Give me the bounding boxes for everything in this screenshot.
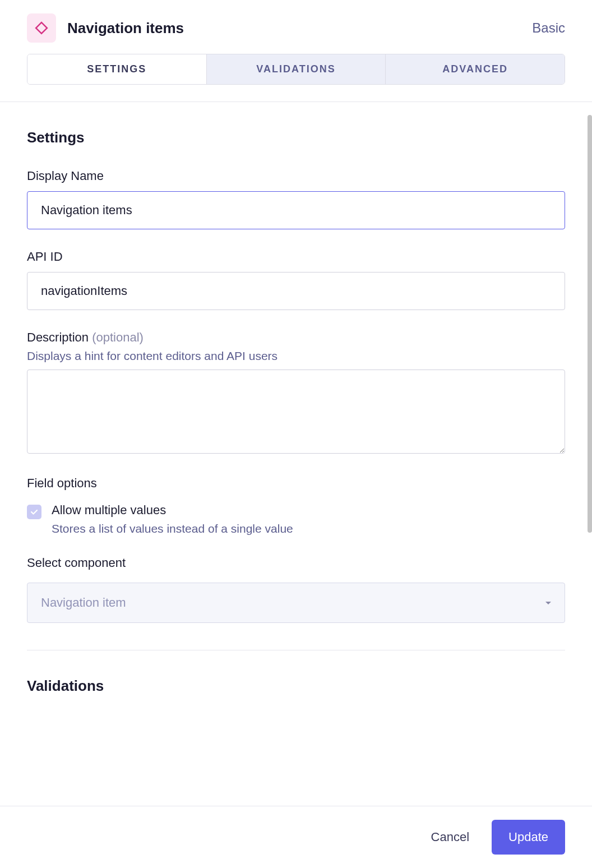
allow-multiple-label: Allow multiple values	[52, 503, 293, 518]
tab-bar: SETTINGS VALIDATIONS ADVANCED	[27, 54, 565, 85]
section-divider	[27, 650, 565, 650]
settings-panel: Settings Display Name API ID Description…	[0, 102, 592, 717]
api-id-input[interactable]	[27, 272, 565, 310]
tab-settings[interactable]: SETTINGS	[27, 54, 207, 84]
description-optional-tag: (optional)	[92, 330, 144, 344]
tab-validations[interactable]: VALIDATIONS	[207, 54, 386, 84]
field-type-badge: Basic	[532, 20, 565, 36]
select-component-value: Navigation item	[41, 595, 126, 610]
select-component-dropdown[interactable]: Navigation item	[27, 583, 565, 623]
section-settings-title: Settings	[27, 129, 565, 146]
description-label-text: Description	[27, 330, 89, 344]
cancel-button[interactable]: Cancel	[429, 822, 471, 852]
display-name-label: Display Name	[27, 169, 565, 183]
svg-rect-0	[36, 22, 47, 34]
field-display-name: Display Name	[27, 169, 565, 229]
display-name-input[interactable]	[27, 191, 565, 229]
diamond-icon	[35, 21, 48, 35]
section-validations-title: Validations	[27, 677, 565, 695]
select-component-heading: Select component	[27, 556, 565, 570]
api-id-label: API ID	[27, 250, 565, 264]
page-title: Navigation items	[67, 20, 184, 37]
field-description: Description (optional) Displays a hint f…	[27, 330, 565, 456]
chevron-down-icon	[545, 602, 551, 604]
modal-header: Navigation items Basic	[0, 0, 592, 54]
field-options-heading: Field options	[27, 476, 565, 491]
update-button[interactable]: Update	[492, 820, 565, 855]
field-api-id: API ID	[27, 250, 565, 310]
allow-multiple-row: Allow multiple values Stores a list of v…	[27, 503, 565, 535]
description-hint: Displays a hint for content editors and …	[27, 349, 565, 363]
tab-advanced[interactable]: ADVANCED	[386, 54, 565, 84]
allow-multiple-help: Stores a list of values instead of a sin…	[52, 522, 293, 535]
description-input[interactable]	[27, 370, 565, 454]
allow-multiple-checkbox[interactable]	[27, 505, 41, 519]
description-label: Description (optional)	[27, 330, 565, 345]
component-icon	[27, 13, 56, 43]
modal-footer: Cancel Update	[0, 806, 592, 868]
allow-multiple-text: Allow multiple values Stores a list of v…	[52, 503, 293, 535]
check-icon	[30, 507, 39, 516]
header-left: Navigation items	[27, 13, 184, 43]
